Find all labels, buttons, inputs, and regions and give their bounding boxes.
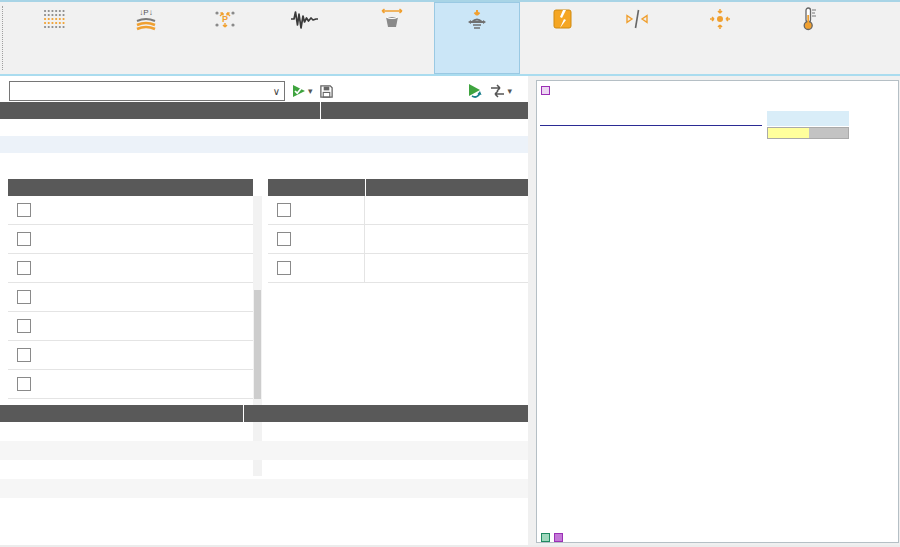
facies-checkbox[interactable]: ✓ [277, 261, 291, 275]
zone-row[interactable]: ✓ [8, 341, 253, 370]
facies-row[interactable]: ✓ [268, 254, 528, 283]
well-log-chart[interactable] [537, 81, 900, 544]
zones-panel: ✓ ✓ ✓ ✓ ✓ ✓ ✓ [8, 179, 253, 399]
table-row[interactable] [0, 136, 528, 153]
waveform-icon [289, 5, 319, 33]
zones-header [8, 179, 253, 196]
group-row-outputs[interactable] [0, 460, 528, 479]
facies-row[interactable]: ✓ [268, 196, 528, 225]
facies-panel: ✓ ✓ ✓ [268, 179, 528, 283]
app-window: ↓P↓ P [0, 0, 900, 547]
save-button[interactable] [319, 84, 334, 99]
density-dots-icon [41, 5, 67, 33]
zone-row[interactable]: ✓ [8, 254, 253, 283]
result-curve-table [0, 102, 528, 153]
parameter-row[interactable] [0, 479, 528, 498]
zone-checkbox[interactable]: ✓ [17, 203, 31, 217]
zone-row[interactable]: ✓ [8, 196, 253, 225]
tab-frac-pressure[interactable] [604, 2, 670, 74]
facies-checkbox[interactable]: ✓ [277, 232, 291, 246]
zone-checkbox[interactable]: ✓ [17, 290, 31, 304]
tab-horizontal-stress[interactable] [670, 2, 770, 74]
column-header-value [320, 102, 528, 119]
horizontal-stress-icon [707, 5, 733, 33]
svg-text:P: P [222, 14, 228, 24]
apply-run-button[interactable] [466, 83, 483, 99]
svg-text:↓P↓: ↓P↓ [139, 8, 152, 17]
run-dropdown-caret-icon[interactable]: ▾ [308, 86, 313, 96]
zone-checkbox[interactable]: ✓ [17, 377, 31, 391]
zone-row[interactable]: ✓ [8, 312, 253, 341]
column-header-property [0, 405, 243, 422]
column-header-property [0, 102, 320, 119]
parameter-row[interactable] [0, 441, 528, 460]
strength-crack-icon [550, 5, 574, 33]
pore-pressure-icon: P [212, 5, 238, 33]
method-combobox[interactable]: ∨ [9, 81, 285, 101]
run-calculation-button[interactable]: ▾ [291, 83, 313, 99]
geostatic-pressure-icon: ↓P↓ [133, 5, 159, 33]
zone-checkbox[interactable]: ✓ [17, 319, 31, 333]
plot-corner-handle-purple-bottom[interactable] [554, 533, 563, 542]
table-row[interactable] [0, 119, 528, 136]
property-value[interactable] [320, 119, 528, 136]
tab-synthetic-acoustics[interactable] [258, 2, 350, 74]
property-name [0, 136, 320, 153]
zones-scrollbar-thumb[interactable] [254, 290, 261, 399]
static-elastic-icon [464, 6, 490, 34]
column-header-value [243, 405, 528, 422]
ribbon-toolbar: ↓P↓ P [0, 2, 900, 76]
layout-dropdown-caret-icon[interactable]: ▾ [507, 86, 512, 96]
zone-row[interactable]: ✓ [8, 283, 253, 312]
chevron-down-icon: ∨ [273, 86, 280, 97]
plot-corner-handle-green-bottom[interactable] [541, 533, 550, 542]
tab-temperature[interactable] [770, 2, 846, 74]
frac-pressure-icon [624, 5, 650, 33]
toolbar-grip[interactable] [2, 6, 3, 70]
tab-dynamic-elastic[interactable] [350, 2, 434, 74]
zone-checkbox[interactable]: ✓ [17, 348, 31, 362]
tab-geostatic-pressure[interactable]: ↓P↓ [100, 2, 192, 74]
dynamic-elastic-icon [379, 5, 405, 33]
left-panel: ∨ ▾ [0, 76, 528, 547]
layout-swap-button[interactable]: ▾ [489, 83, 512, 99]
zone-checkbox[interactable]: ✓ [17, 232, 31, 246]
property-value[interactable] [320, 136, 528, 153]
well-log-plot-panel [536, 80, 899, 543]
method-row: ∨ ▾ [0, 80, 528, 102]
parameters-panel [0, 405, 528, 498]
zone-checkbox[interactable]: ✓ [17, 261, 31, 275]
thermometer-icon [796, 5, 820, 33]
facies-header [268, 179, 365, 196]
zone-row[interactable]: ✓ [8, 370, 253, 399]
facies-row[interactable]: ✓ [268, 225, 528, 254]
tab-static-elastic[interactable] [434, 2, 520, 74]
zone-row[interactable]: ✓ [8, 225, 253, 254]
tab-strength-props[interactable] [520, 2, 604, 74]
tab-synthetic-density[interactable] [8, 2, 100, 74]
property-name [0, 119, 320, 136]
facies-method-header [365, 179, 528, 196]
group-row-inputs[interactable] [0, 422, 528, 441]
tab-pore-pressure[interactable]: P [192, 2, 258, 74]
facies-checkbox[interactable]: ✓ [277, 203, 291, 217]
